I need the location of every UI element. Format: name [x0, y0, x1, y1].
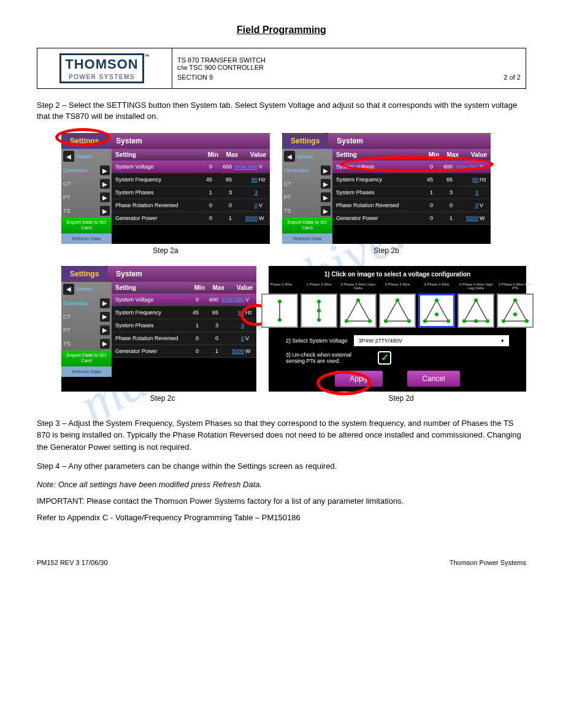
logo-brand: THOMSON — [65, 56, 138, 72]
table-row[interactable]: System Phases133 — [112, 186, 270, 199]
back-icon[interactable]: ◀ — [63, 151, 74, 162]
table-row[interactable]: Generator Power015000W — [112, 345, 256, 358]
svg-point-2 — [278, 318, 282, 322]
captions-row-2: Step 2c Step 2d — [61, 394, 526, 403]
config-opt[interactable]: 3 Phase 4 Wire High Leg Delta — [458, 282, 494, 328]
table-row[interactable]: System Frequency456560Hz — [332, 173, 491, 186]
sidebar-item-generator[interactable]: Generator▶ — [282, 164, 332, 177]
table-row[interactable]: System Voltage06003P3W 208VV — [112, 294, 256, 306]
sidebar-item-pt[interactable]: PT▶ — [61, 191, 112, 204]
sidebar-item-ts[interactable]: TS▶ — [61, 204, 112, 218]
col-max: Max — [218, 151, 238, 158]
chevron-right-icon: ▶ — [321, 165, 331, 175]
table-row[interactable]: System Frequency456560Hz — [112, 306, 256, 319]
important-note: IMPORTANT: Please contact the Thomson Po… — [37, 496, 526, 506]
caption-2d: Step 2d — [276, 394, 526, 403]
sidebar: ◀System Generator▶ CT▶ PT▶ TS▶ Export Da… — [61, 149, 112, 244]
header-line1: TS 870 TRANSFER SWITCH — [177, 56, 521, 64]
config-opt[interactable]: 1 Phase 2 Wire — [261, 282, 298, 328]
settings-table: SettingMinMaxValue System Voltage06003P3… — [112, 282, 256, 377]
svg-point-12 — [396, 298, 399, 302]
footer-left: PM152 REV 3 17/06/30 — [37, 559, 108, 566]
table-row[interactable]: System Voltage06003P3W 208VV — [112, 161, 270, 173]
screen-2b: Settings System ◀System Generator▶ CT▶ P… — [282, 133, 491, 244]
cancel-button[interactable]: Cancel — [407, 371, 459, 387]
chevron-right-icon: ▶ — [100, 192, 110, 202]
chevron-right-icon: ▶ — [100, 165, 110, 175]
tab-settings[interactable]: Settings — [61, 266, 107, 282]
config-opt[interactable]: 3 Phase 4 Wire With PTs — [497, 282, 534, 328]
svg-point-21 — [474, 298, 478, 302]
back-icon[interactable]: ◀ — [63, 284, 74, 295]
config-opt[interactable]: 3 Phase 3 Wire Open Delta — [340, 282, 377, 328]
caption-2c: Step 2c — [61, 394, 264, 403]
export-button[interactable]: Export Data to SD Card — [282, 218, 332, 233]
refresh-button[interactable]: Refresh Data — [61, 366, 112, 377]
tab-system[interactable]: System — [107, 266, 256, 282]
table-row[interactable]: System Voltage06003P3W 208VV — [332, 161, 491, 173]
svg-point-27 — [502, 319, 505, 323]
svg-point-17 — [423, 319, 427, 323]
sidebar-item-ts[interactable]: TS▶ — [282, 204, 332, 218]
chevron-right-icon: ▶ — [100, 206, 110, 216]
table-row[interactable]: Phase Rotation Reversed000V — [112, 199, 270, 212]
step3-text: Step 3 – Adjust the System Frequency, Sy… — [37, 417, 526, 453]
tab-system[interactable]: System — [107, 133, 270, 149]
svg-point-10 — [368, 319, 372, 323]
config-title: 1) Click on image to select a voltage co… — [274, 271, 521, 278]
tab-settings[interactable]: Settings — [61, 133, 107, 149]
table-row[interactable]: System Phases133 — [332, 186, 491, 199]
note-refresh: Note: Once all settings have been modifi… — [37, 480, 526, 489]
apply-button[interactable]: Apply — [335, 371, 383, 387]
caption-2a: Step 2a — [61, 246, 270, 255]
col-min: Min — [199, 151, 218, 158]
table-row[interactable]: System Frequency456560Hz — [112, 173, 270, 186]
sidebar-item-ct[interactable]: CT▶ — [61, 177, 112, 191]
export-button[interactable]: Export Data to SD Card — [61, 351, 112, 366]
voltage-dropdown[interactable]: 3P4W 277Y/480V▾ — [354, 335, 509, 346]
export-button[interactable]: Export Data to SD Card — [61, 218, 112, 233]
header-line2: c/w TSC 900 CONTROLLER — [177, 64, 521, 71]
refresh-button[interactable]: Refresh Data — [61, 233, 112, 244]
svg-point-4 — [317, 300, 321, 303]
screens-row-1: Settings System ◀System Generator▶ CT▶ P… — [61, 133, 526, 244]
config-options: 1 Phase 2 Wire 1 Phase 3 Wire 3 Phase 3 … — [274, 282, 521, 328]
config-step2-label: 2) Select System Voltage — [286, 338, 348, 344]
refresh-button[interactable]: Refresh Data — [282, 233, 332, 244]
chevron-right-icon: ▶ — [100, 325, 110, 335]
header-page: 2 of 2 — [504, 74, 521, 81]
sidebar-item-generator[interactable]: Generator▶ — [61, 297, 112, 310]
chevron-right-icon: ▶ — [100, 339, 110, 349]
svg-point-9 — [345, 319, 348, 323]
svg-point-1 — [278, 300, 282, 303]
table-row[interactable]: Phase Rotation Reversed000V — [332, 199, 491, 212]
svg-marker-7 — [347, 300, 370, 321]
screen-2c: Settings System ◀System Generator▶ CT▶ P… — [61, 266, 256, 392]
chevron-right-icon: ▶ — [100, 312, 110, 322]
config-opt[interactable]: 3 Phase 4 Wire — [418, 282, 455, 328]
caption-2b: Step 2b — [282, 246, 491, 255]
config-opt[interactable]: 3 Phase 3 Wire — [379, 282, 416, 328]
table-row[interactable]: Generator Power015000W — [332, 212, 491, 225]
settings-table: SettingMinMaxValue System Voltage06003P3… — [332, 149, 491, 244]
table-row[interactable]: Phase Rotation Reversed000V — [112, 332, 256, 345]
pt-checkbox[interactable]: ✓ — [378, 351, 391, 365]
sidebar-item-generator[interactable]: Generator▶ — [61, 164, 112, 177]
svg-point-24 — [474, 319, 478, 323]
sidebar-item-ts[interactable]: TS▶ — [61, 337, 112, 351]
sidebar-item-ct[interactable]: CT▶ — [61, 310, 112, 324]
logo: THOMSON POWER SYSTEMS — [59, 53, 144, 83]
sidebar-item-ct[interactable]: CT▶ — [282, 177, 332, 191]
svg-point-22 — [462, 319, 466, 323]
sidebar: ◀System Generator▶ CT▶ PT▶ TS▶ Export Da… — [282, 149, 332, 244]
back-icon[interactable]: ◀ — [284, 151, 295, 162]
table-row[interactable]: Generator Power015000W — [112, 212, 270, 225]
config-opt[interactable]: 1 Phase 3 Wire — [301, 282, 337, 328]
sidebar-item-pt[interactable]: PT▶ — [282, 191, 332, 204]
svg-point-5 — [317, 309, 321, 313]
svg-marker-25 — [504, 300, 527, 321]
tab-settings[interactable]: Settings — [282, 133, 328, 149]
table-row[interactable]: System Phases133 — [112, 319, 256, 332]
sidebar-item-pt[interactable]: PT▶ — [61, 324, 112, 337]
tab-system[interactable]: System — [328, 133, 491, 149]
